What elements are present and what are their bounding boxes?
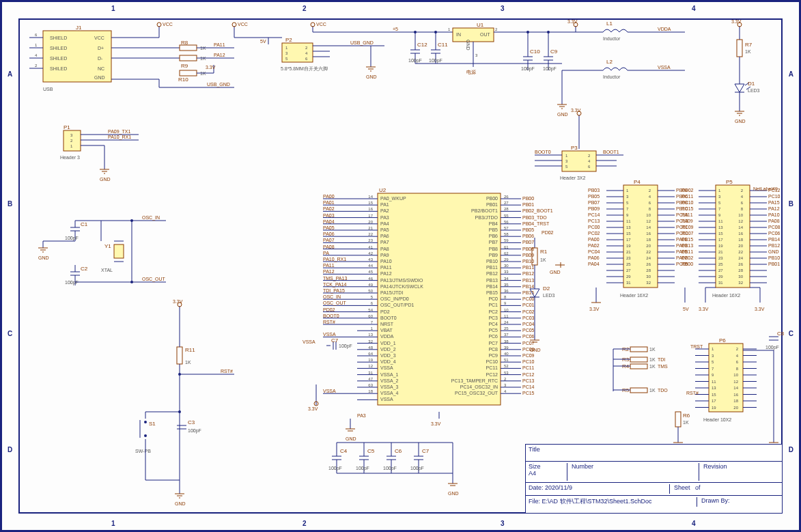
svg-text:PC13: PC13 [588, 219, 600, 223]
svg-text:PA8: PA8 [380, 247, 389, 251]
svg-point-100 [547, 31, 550, 33]
svg-text:15: 15 [718, 232, 723, 236]
svg-text:PC2: PC2 [488, 309, 498, 314]
svg-text:12: 12 [646, 219, 651, 223]
svg-text:PB09: PB09 [522, 253, 534, 257]
svg-text:PC13_TAMPER_RTC: PC13_TAMPER_RTC [451, 378, 498, 384]
svg-text:1K: 1K [649, 388, 656, 393]
svg-text:64: 64 [368, 352, 373, 356]
svg-text:PB15: PB15 [486, 290, 498, 295]
svg-text:PB2/BOOT1: PB2/BOOT1 [471, 208, 498, 213]
svg-text:14: 14 [733, 386, 738, 390]
header-p6: P6 Header 10X2 1234567891011121314151617… [613, 331, 785, 453]
svg-text:22: 22 [646, 250, 651, 254]
svg-point-177 [178, 373, 181, 376]
svg-text:电源: 电源 [466, 70, 476, 74]
svg-text:25: 25 [718, 262, 723, 266]
svg-text:PA11: PA11 [214, 42, 225, 47]
svg-text:PB3/JTDO: PB3/JTDO [475, 215, 498, 220]
svg-text:OSC_OUT: OSC_OUT [142, 277, 166, 282]
svg-text:TCK_PA14: TCK_PA14 [323, 282, 347, 288]
svg-text:16: 16 [733, 393, 738, 397]
svg-text:37: 37 [504, 333, 509, 337]
svg-text:100pF: 100pF [383, 466, 397, 471]
svg-text:PC00: PC00 [588, 225, 600, 229]
svg-text:11: 11 [626, 219, 631, 223]
svg-text:100pF: 100pF [429, 58, 442, 64]
svg-text:6: 6 [371, 301, 374, 305]
svg-text:PC03: PC03 [522, 316, 535, 320]
svg-text:PA12: PA12 [380, 271, 392, 276]
svg-text:BOOT0: BOOT0 [380, 316, 397, 320]
svg-text:100pF: 100pF [339, 344, 352, 349]
svg-text:20: 20 [646, 244, 651, 248]
svg-text:C2: C2 [81, 266, 88, 272]
svg-text:PB06: PB06 [522, 234, 534, 238]
svg-text:GND: GND [735, 119, 746, 124]
svg-text:PA00: PA00 [323, 194, 335, 199]
svg-text:20: 20 [738, 244, 743, 248]
usb-connector: J1 USB SHIELD SHILED SHILED SHILED VCC D… [29, 22, 180, 92]
svg-text:29: 29 [718, 275, 723, 279]
svg-text:PA03: PA03 [323, 213, 335, 218]
svg-text:VDD_3: VDD_3 [380, 353, 396, 359]
svg-text:PB07: PB07 [588, 200, 600, 205]
svg-text:60: 60 [368, 314, 373, 318]
svg-text:OSC_OUT: OSC_OUT [323, 300, 347, 306]
svg-text:GND: GND [38, 255, 49, 260]
svg-text:R6: R6 [683, 412, 690, 419]
svg-text:RST#: RST# [686, 391, 699, 395]
svg-text:11: 11 [712, 380, 716, 384]
svg-text:1K: 1K [683, 420, 689, 425]
svg-text:R9: R9 [181, 63, 188, 69]
svg-text:PB00: PB00 [522, 196, 534, 201]
svg-text:PB5: PB5 [489, 227, 498, 232]
svg-text:PA10_RX1: PA10_RX1 [323, 257, 346, 262]
reset-block: 3.3V R111K RST# S1 SW-PB C3100pF GND [135, 299, 234, 506]
svg-text:C4: C4 [340, 448, 348, 454]
svg-rect-781 [630, 388, 647, 393]
svg-text:16: 16 [646, 232, 651, 236]
svg-text:13: 13 [712, 386, 716, 390]
svg-text:45: 45 [368, 270, 373, 274]
svg-text:PB00: PB00 [486, 196, 498, 201]
svg-text:16: 16 [368, 207, 373, 211]
svg-text:VSSA_4: VSSA_4 [380, 391, 399, 396]
svg-text:R7: R7 [745, 42, 753, 48]
led2-block: PD02 R11K D2LED3 GND GND [530, 230, 565, 352]
svg-text:100pF: 100pF [765, 345, 779, 350]
svg-text:32: 32 [738, 281, 743, 285]
svg-text:PC02: PC02 [588, 231, 600, 236]
svg-text:47: 47 [368, 377, 373, 381]
svg-text:3.3V: 3.3V [589, 307, 600, 311]
svg-text:SHILED: SHILED [50, 46, 67, 51]
svg-text:TDI_PA15: TDI_PA15 [323, 288, 345, 294]
svg-text:GND: GND [448, 491, 459, 496]
svg-text:PB12: PB12 [522, 271, 534, 276]
svg-text:OUT: OUT [480, 32, 491, 37]
svg-text:R11: R11 [185, 347, 195, 353]
svg-text:GND: GND [94, 75, 105, 80]
svg-text:PB14: PB14 [486, 284, 498, 289]
svg-text:PB09: PB09 [588, 206, 600, 211]
svg-text:USB_GND: USB_GND [207, 82, 230, 87]
svg-text:PB07: PB07 [522, 240, 534, 244]
svg-text:28: 28 [646, 268, 651, 272]
svg-text:TRST: TRST [690, 344, 703, 349]
svg-text:PB00: PB00 [681, 262, 693, 266]
svg-text:PA00: PA00 [588, 237, 600, 242]
svg-text:VDD_1: VDD_1 [380, 341, 396, 346]
svg-text:PB13: PB13 [522, 278, 534, 283]
svg-text:PC11: PC11 [522, 365, 535, 370]
svg-text:1K: 1K [540, 257, 546, 262]
svg-text:PB6: PB6 [489, 234, 498, 238]
svg-text:PB01: PB01 [768, 262, 780, 266]
svg-text:GND: GND [557, 112, 568, 117]
svg-text:PC06: PC06 [768, 231, 781, 236]
svg-text:PA3: PA3 [357, 413, 366, 418]
svg-text:24: 24 [646, 256, 651, 260]
svg-text:41: 41 [368, 245, 373, 249]
svg-text:21: 21 [718, 250, 723, 254]
svg-text:VCC: VCC [316, 22, 326, 27]
svg-text:PC1: PC1 [488, 303, 498, 307]
